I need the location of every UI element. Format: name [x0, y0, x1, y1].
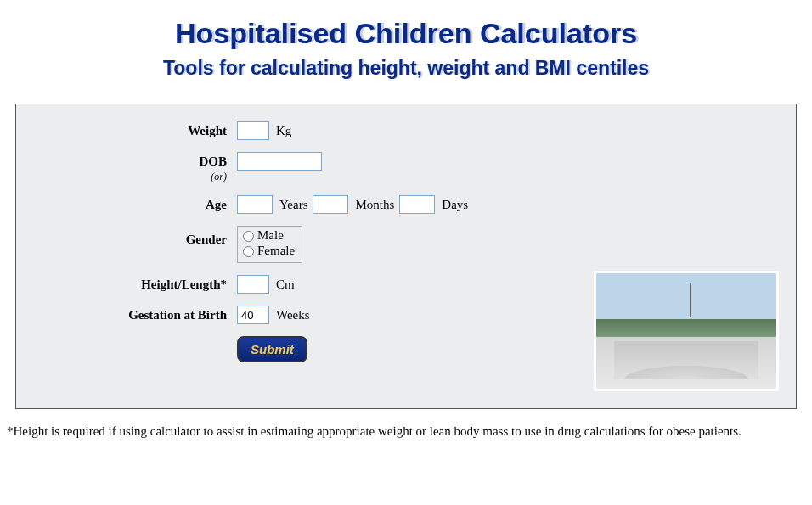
age-years-unit: Years — [279, 198, 307, 212]
gestation-label: Gestation at Birth — [33, 306, 237, 323]
gender-female-radio[interactable] — [243, 246, 254, 257]
gestation-input[interactable] — [237, 306, 269, 324]
page-subtitle: Tools for calculating height, weight and… — [0, 57, 812, 80]
age-days-input[interactable] — [399, 195, 435, 214]
weight-input[interactable] — [237, 121, 269, 140]
height-label: Height/Length* — [33, 275, 237, 292]
weight-unit: Kg — [276, 124, 291, 138]
height-input[interactable] — [237, 275, 269, 294]
age-days-unit: Days — [442, 198, 468, 212]
gender-row: Gender Male Female — [33, 226, 779, 263]
page-header: Hospitalised Children Calculators Tools … — [0, 0, 812, 88]
hospital-image — [594, 271, 779, 391]
dob-row: DOB (or) — [33, 152, 779, 183]
dob-label: DOB — [199, 154, 227, 168]
page-title: Hospitalised Children Calculators — [0, 17, 812, 50]
weight-row: Weight Kg — [33, 121, 779, 140]
gestation-unit: Weeks — [276, 308, 310, 323]
calculator-form: Weight Kg DOB (or) Age Years Months Days… — [15, 104, 797, 409]
submit-button[interactable]: Submit — [237, 336, 307, 362]
gender-male-radio[interactable] — [243, 231, 254, 242]
gender-label: Gender — [33, 226, 237, 247]
dob-or-label: (or) — [33, 171, 227, 183]
age-years-input[interactable] — [237, 195, 273, 214]
age-row: Age Years Months Days — [33, 195, 779, 214]
gender-group: Male Female — [237, 226, 302, 263]
height-unit: Cm — [276, 278, 295, 292]
age-label: Age — [33, 195, 237, 212]
dob-input[interactable] — [237, 152, 322, 171]
age-months-input[interactable] — [313, 195, 348, 214]
gender-female-option[interactable]: Female — [241, 244, 295, 259]
gender-male-option[interactable]: Male — [241, 228, 295, 244]
weight-label: Weight — [33, 121, 237, 138]
age-months-unit: Months — [355, 198, 394, 212]
height-footnote: *Height is required if using calculator … — [7, 424, 805, 439]
